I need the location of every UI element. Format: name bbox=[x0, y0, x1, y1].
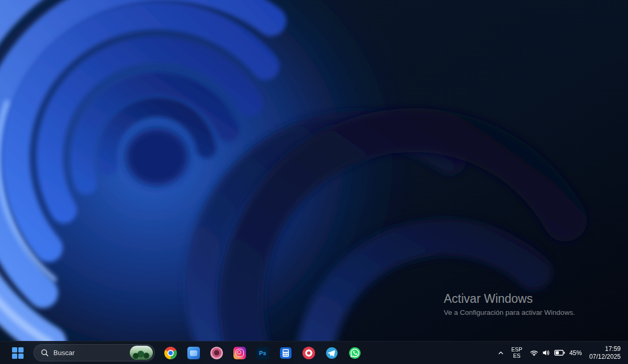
telegram-icon bbox=[326, 347, 338, 359]
search-icon bbox=[41, 349, 49, 357]
date: 07/12/2025 bbox=[589, 353, 621, 361]
taskbar-app-instagram[interactable] bbox=[229, 343, 250, 363]
red-ring-app-icon bbox=[302, 347, 315, 359]
pink-app-icon bbox=[210, 347, 223, 359]
instagram-icon bbox=[233, 347, 246, 359]
taskbar-app-calculator[interactable] bbox=[275, 343, 296, 363]
battery-icon bbox=[554, 350, 565, 356]
taskbar-app-chrome[interactable] bbox=[160, 343, 181, 363]
hidden-icons-button[interactable] bbox=[495, 343, 507, 363]
clock[interactable]: 17:59 07/12/2025 bbox=[586, 343, 624, 363]
desktop[interactable]: Activar Windows Ve a Configuración para … bbox=[0, 0, 628, 364]
search-highlight-image[interactable] bbox=[130, 346, 153, 360]
taskbar-app-pink[interactable] bbox=[206, 343, 227, 363]
system-tray: ESP ES bbox=[495, 343, 626, 363]
taskbar: Buscar Ps bbox=[0, 341, 628, 364]
taskbar-app-photoshop[interactable]: Ps bbox=[252, 343, 273, 363]
start-button[interactable] bbox=[7, 343, 28, 363]
search-box[interactable]: Buscar bbox=[33, 344, 155, 361]
taskbar-app-whatsapp[interactable] bbox=[344, 343, 365, 363]
taskbar-left: Buscar Ps bbox=[2, 343, 365, 363]
language-indicator[interactable]: ESP ES bbox=[508, 343, 525, 363]
speaker-icon bbox=[542, 349, 551, 356]
wifi-icon bbox=[530, 349, 539, 356]
network-volume-battery-button[interactable]: 45% bbox=[526, 343, 585, 363]
blue-app-icon bbox=[187, 347, 200, 359]
chrome-icon bbox=[164, 347, 177, 359]
wallpaper-image bbox=[0, 0, 628, 364]
taskbar-app-red[interactable] bbox=[298, 343, 319, 363]
whatsapp-icon bbox=[349, 347, 361, 359]
calculator-icon bbox=[279, 347, 292, 359]
windows-logo-icon bbox=[12, 347, 24, 359]
taskbar-app-telegram[interactable] bbox=[321, 343, 342, 363]
search-placeholder: Buscar bbox=[53, 349, 74, 357]
battery-percent: 45% bbox=[569, 349, 582, 357]
photoshop-icon: Ps bbox=[256, 347, 269, 359]
language-line2: ES bbox=[513, 353, 520, 359]
chevron-up-icon bbox=[498, 350, 504, 356]
language-line1: ESP bbox=[511, 347, 522, 352]
taskbar-app-blue[interactable] bbox=[183, 343, 204, 363]
time: 17:59 bbox=[605, 345, 621, 353]
